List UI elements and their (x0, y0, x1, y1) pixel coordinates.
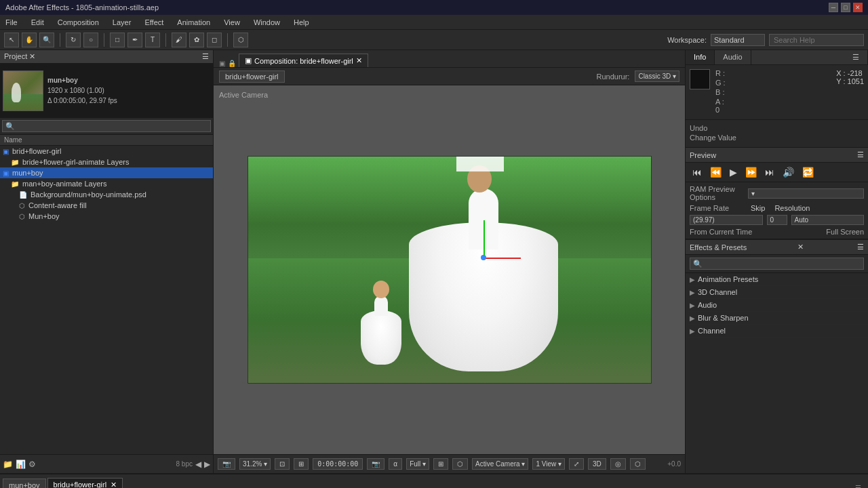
tab-info[interactable]: Info (686, 50, 715, 64)
camera-btn[interactable]: 📷 (367, 458, 384, 470)
rgb-values: R : G : B : A : 0 (715, 69, 836, 115)
project-item-mun-boy[interactable]: ▣ mun+boy (0, 167, 213, 178)
close-button[interactable]: ✕ (853, 3, 863, 12)
project-item-bride-animate[interactable]: 📁 bride+flower-girl-animate Layers (8, 157, 213, 167)
effects-search-input[interactable] (690, 258, 864, 270)
category-3d-channel[interactable]: ▶ 3D Channel (686, 286, 868, 299)
comp-tab-main[interactable]: ▣ Composition: bride+flower-girl ✕ (239, 54, 368, 67)
view-layout-selector[interactable]: 1 View ▾ (532, 458, 565, 470)
menu-edit[interactable]: Edit (28, 17, 47, 28)
transparency-btn[interactable]: ⬡ (452, 458, 468, 470)
maximize-button[interactable]: □ (841, 3, 850, 12)
brush-tool[interactable]: 🖌 (172, 33, 186, 47)
tl-tab-mun-boy[interactable]: mun+boy (3, 479, 46, 488)
prev-arrow-icon[interactable]: ◀ (195, 460, 201, 469)
resolution-label: Resolution (774, 204, 810, 212)
rect-tool[interactable]: □ (110, 33, 125, 47)
viewer-canvas[interactable]: Active Camera (214, 85, 685, 454)
comp-tab-close[interactable]: ✕ (356, 56, 362, 65)
timecode-btn[interactable]: 0:00:00:00 (313, 458, 363, 470)
tl-tab-close[interactable]: ✕ (111, 481, 117, 488)
expand-arrow-icon-4: ▶ (690, 314, 695, 322)
project-item-content-aware[interactable]: ⬡ Content-aware fill (16, 200, 213, 211)
search-help-input[interactable] (769, 34, 864, 46)
select-tool[interactable]: ↖ (4, 33, 19, 47)
render-mode-selector[interactable]: Classic 3D ▾ (635, 70, 679, 82)
undo-section: Undo Change Value (686, 120, 868, 148)
project-panel-menu-icon[interactable]: ☰ (202, 52, 209, 61)
toggle-alpha-btn[interactable]: α (389, 458, 402, 470)
text-tool[interactable]: T (145, 33, 160, 47)
menu-file[interactable]: File (3, 17, 20, 28)
motion-blur-btn[interactable]: ◎ (610, 458, 626, 470)
full-screen-label[interactable]: Full Screen (826, 228, 864, 236)
resolution-value[interactable]: Auto (791, 215, 865, 225)
project-item-background[interactable]: 📄 Background/mun+boy-unimate.psd (16, 189, 213, 200)
snapshot-btn[interactable]: 📷 (218, 458, 235, 470)
right-edge-handle[interactable] (678, 260, 684, 280)
next-arrow-icon[interactable]: ▶ (204, 460, 210, 469)
next-frame-btn[interactable]: ⏩ (743, 165, 760, 179)
change-value-item[interactable]: Change Value (690, 134, 864, 142)
menu-composition[interactable]: Composition (55, 17, 102, 28)
pen-tool[interactable]: ✒ (127, 33, 142, 47)
clone-tool[interactable]: ✿ (189, 33, 204, 47)
loop-btn[interactable]: 🔁 (800, 165, 816, 179)
quality-selector[interactable]: Full ▾ (406, 458, 429, 470)
eraser-tool[interactable]: ◻ (207, 33, 222, 47)
puppet-tool[interactable]: ⬡ (233, 33, 248, 47)
project-search-input[interactable] (2, 120, 211, 132)
left-edge-handle[interactable] (215, 260, 220, 280)
prev-frame-btn[interactable]: ⏪ (707, 165, 724, 179)
zoom-selector[interactable]: 31.2% ▾ (239, 458, 271, 470)
project-item-bride-flower-girl[interactable]: ▣ brid+flower-girl (0, 146, 213, 157)
3d-btn[interactable]: 3D (588, 458, 606, 470)
orbit-tool[interactable]: ○ (83, 33, 98, 47)
camera-selector[interactable]: Active Camera ▾ (472, 458, 528, 470)
new-folder-icon[interactable]: 📁 (3, 460, 13, 469)
right-panel: Info Audio ☰ R : G : B : (685, 50, 868, 473)
menu-effect[interactable]: Effect (142, 17, 166, 28)
draft-3d-btn[interactable]: ⬡ (630, 458, 646, 470)
panel-collapse-btn[interactable]: ☰ (844, 50, 868, 64)
category-animation-presets[interactable]: ▶ Animation Presets (686, 273, 868, 286)
audio-btn[interactable]: 🔊 (780, 165, 797, 179)
menu-help[interactable]: Help (291, 17, 312, 28)
category-blur-sharpen[interactable]: ▶ Blur & Sharpen (686, 312, 868, 325)
zoom-tool[interactable]: 🔍 (39, 33, 54, 47)
play-btn[interactable]: ▶ (727, 165, 740, 179)
jump-start-btn[interactable]: ⏮ (690, 165, 705, 179)
effects-panel-close[interactable]: ✕ (797, 243, 804, 251)
tl-panel-menu[interactable]: ☰ (851, 484, 865, 488)
b-channel: B : (715, 88, 836, 96)
menu-layer[interactable]: Layer (110, 17, 134, 28)
project-item-mun-animate[interactable]: 📁 man+boy-animate Layers (8, 178, 213, 189)
ram-preview-dropdown[interactable]: ▾ (748, 188, 864, 199)
new-comp-icon[interactable]: 📊 (16, 460, 26, 469)
workspace-dropdown[interactable]: Standard (711, 34, 765, 46)
menu-animation[interactable]: Animation (174, 17, 213, 28)
project-settings-icon[interactable]: ⚙ (28, 460, 36, 469)
grid2-btn[interactable]: ⊞ (433, 458, 448, 470)
skip-value[interactable]: 0 (767, 215, 787, 225)
minimize-button[interactable]: ─ (829, 3, 838, 12)
preview-panel-menu[interactable]: ☰ (857, 150, 864, 159)
category-channel[interactable]: ▶ Channel (686, 325, 868, 338)
rotate-tool[interactable]: ↻ (66, 33, 81, 47)
undo-button[interactable]: Undo (690, 124, 864, 132)
project-item-mun-boy-layer[interactable]: ⬡ Mun+boy (16, 211, 213, 222)
menu-view[interactable]: View (221, 17, 243, 28)
effects-panel-menu[interactable]: ☰ (857, 243, 864, 251)
tl-tab-bride[interactable]: bridu+flower-girl✕ (47, 478, 123, 488)
jump-end-btn[interactable]: ⏭ (762, 165, 777, 179)
hand-tool[interactable]: ✋ (22, 33, 37, 47)
grid-btn[interactable]: ⊞ (294, 458, 309, 470)
layer-tab-label: bridu+flower-girl (225, 73, 279, 81)
fit-view-btn[interactable]: ⊡ (275, 458, 290, 470)
expand-btn[interactable]: ⤢ (569, 458, 584, 470)
category-audio[interactable]: ▶ Audio (686, 299, 868, 312)
frame-rate-value[interactable]: (29.97) (690, 215, 763, 225)
layer-tab[interactable]: bridu+flower-girl (219, 70, 285, 83)
tab-audio[interactable]: Audio (715, 50, 751, 64)
menu-window[interactable]: Window (251, 17, 283, 28)
